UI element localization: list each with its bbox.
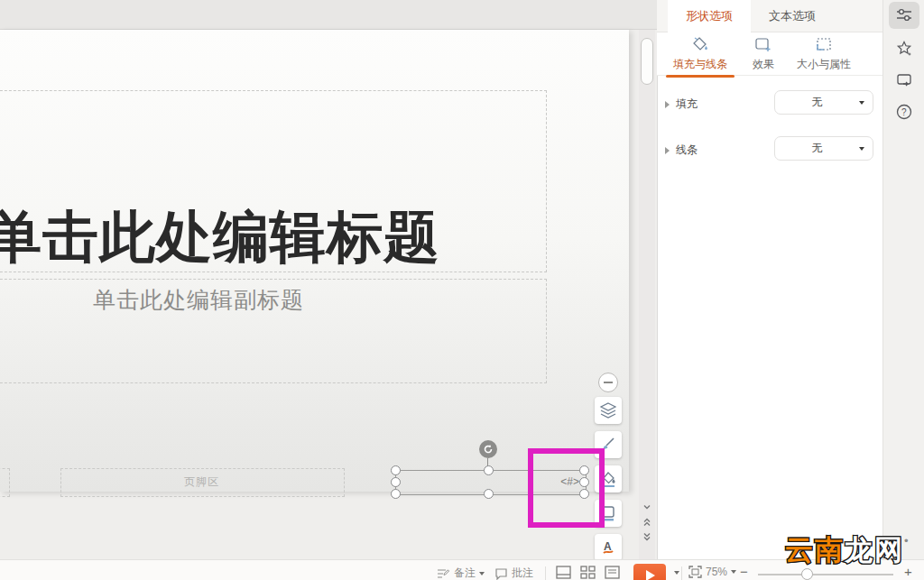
vertical-scrollbar-thumb[interactable]	[641, 38, 653, 85]
fill-value: 无	[775, 95, 859, 110]
workspace-top-margin	[0, 0, 657, 30]
subtab-fill-and-line[interactable]: 填充与线条	[666, 36, 735, 78]
normal-view-button[interactable]	[556, 566, 571, 579]
slide-subtitle-text[interactable]: 单击此处编辑副标题	[93, 285, 304, 315]
beautify-star-icon[interactable]	[895, 40, 913, 58]
panel-subtab-row: 填充与线条 效果 大小与属性	[657, 32, 882, 76]
reading-view-button[interactable]	[605, 566, 620, 579]
comments-button[interactable]: 批注	[494, 566, 533, 580]
reading-view-icon	[605, 566, 620, 579]
fit-window-icon	[688, 566, 702, 578]
help-icon[interactable]: ?	[895, 103, 913, 121]
zoom-slider-knob[interactable]	[801, 568, 813, 580]
layers-button[interactable]	[595, 397, 622, 424]
slide-sorter-view-button[interactable]	[580, 566, 596, 579]
handle-bottom-mid[interactable]	[484, 489, 494, 499]
watermark-white-part: 龙网	[845, 534, 904, 566]
font-color-button[interactable]: A	[595, 534, 622, 561]
line-row-label: 线条	[676, 143, 698, 158]
slide-title-text[interactable]: 单击此处编辑标题	[0, 199, 440, 275]
slide-canvas[interactable]: 单击此处编辑标题 单击此处编辑副标题 页脚区 <#>	[0, 30, 629, 492]
caret-down-icon	[859, 147, 864, 151]
properties-panel	[657, 0, 882, 580]
active-subtab-underline	[666, 75, 735, 78]
minus-icon	[604, 382, 613, 383]
footer-placeholder-label[interactable]: 页脚区	[60, 468, 343, 495]
panel-tab-bar: 形状选项 文本选项	[657, 0, 882, 32]
comments-label: 批注	[512, 566, 533, 580]
subtab-effects[interactable]: 效果	[744, 36, 783, 72]
zoom-level[interactable]: 75%	[706, 566, 736, 578]
scroll-down-icon[interactable]	[642, 502, 652, 512]
play-slideshow-button[interactable]	[633, 564, 666, 580]
magenta-annotation-rectangle	[528, 448, 605, 528]
fill-row-label: 填充	[676, 97, 698, 112]
notes-icon	[437, 567, 450, 580]
rotation-handle-icon[interactable]	[479, 440, 497, 458]
fill-row[interactable]: 填充	[665, 97, 698, 112]
expand-caret-icon[interactable]	[665, 101, 670, 108]
line-row[interactable]: 线条	[665, 143, 698, 158]
zoom-slider-track[interactable]	[758, 574, 893, 575]
caret-down-icon	[731, 570, 736, 574]
subtab-label: 大小与属性	[789, 57, 859, 72]
normal-view-icon	[556, 566, 571, 579]
watermark-orange-part: 云南	[785, 534, 845, 566]
line-value: 无	[775, 141, 859, 156]
next-slide-icon[interactable]	[642, 530, 652, 541]
zoom-value: 75%	[706, 566, 727, 578]
notes-button[interactable]: 备注	[437, 566, 485, 580]
minus-icon: −	[740, 564, 748, 579]
fill-bucket-icon	[690, 36, 710, 54]
switch-window-icon[interactable]	[895, 71, 913, 89]
date-placeholder-box[interactable]	[0, 468, 10, 497]
vertical-scrollbar-track[interactable]	[639, 30, 655, 559]
fit-window-button[interactable]	[688, 566, 702, 578]
fill-value-dropdown[interactable]: 无	[774, 90, 873, 115]
separator	[681, 566, 682, 580]
separator	[545, 566, 546, 580]
handle-top-mid[interactable]	[484, 465, 494, 475]
line-value-dropdown[interactable]: 无	[774, 136, 873, 161]
caret-down-icon	[479, 572, 485, 575]
subtab-size-properties[interactable]: 大小与属性	[789, 36, 859, 72]
layers-icon	[599, 401, 617, 419]
plus-icon: +	[904, 564, 912, 579]
tab-shape-options[interactable]: 形状选项	[668, 0, 751, 33]
caret-down-icon	[859, 101, 864, 105]
zoom-in-button[interactable]: +	[904, 564, 912, 579]
size-properties-icon	[814, 36, 834, 54]
svg-text:?: ?	[901, 107, 907, 117]
subtab-label: 填充与线条	[666, 57, 735, 72]
handle-bottom-left[interactable]	[391, 489, 401, 499]
play-options-caret[interactable]	[670, 571, 679, 575]
comment-icon	[494, 567, 508, 580]
slide-sorter-icon	[580, 566, 596, 579]
subtab-label: 效果	[744, 57, 783, 72]
effect-icon	[753, 36, 773, 54]
font-color-icon: A	[600, 539, 616, 556]
collapse-toolbar-button[interactable]	[598, 373, 618, 392]
caret-down-icon	[674, 571, 679, 575]
play-icon	[646, 570, 655, 580]
zoom-out-button[interactable]: −	[740, 564, 748, 579]
handle-top-left[interactable]	[391, 465, 401, 475]
svg-text:A: A	[604, 540, 612, 553]
handle-mid-left[interactable]	[391, 477, 401, 487]
expand-caret-icon[interactable]	[665, 147, 670, 154]
notes-label: 备注	[454, 566, 476, 580]
properties-sliders-icon[interactable]	[895, 6, 913, 24]
watermark: 云南龙网	[785, 531, 904, 569]
previous-slide-icon[interactable]	[642, 516, 652, 527]
tab-text-options[interactable]: 文本选项	[751, 0, 834, 32]
